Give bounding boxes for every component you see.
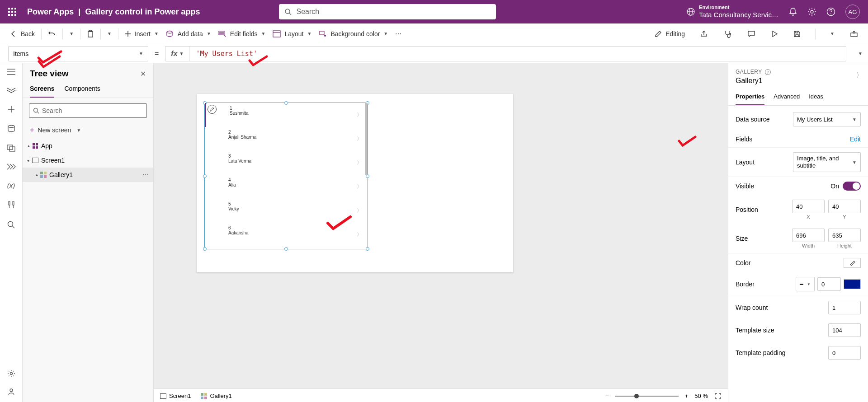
variables-icon[interactable]: (x) [7, 182, 15, 189]
help-icon[interactable] [826, 7, 835, 16]
tree-item-app[interactable]: ▸ App [23, 139, 153, 153]
border-style-dropdown[interactable]: ━▼ [796, 277, 815, 291]
search-input[interactable]: Search [279, 4, 496, 19]
save-button[interactable] [790, 28, 804, 39]
layout-button[interactable]: Layout ▼ [269, 28, 315, 39]
app-checker-button[interactable] [720, 28, 736, 40]
gallery-row[interactable]: 4Alia〉 [205, 175, 368, 199]
virtual-agent-icon[interactable] [7, 388, 15, 396]
waffle-icon[interactable] [8, 8, 16, 16]
user-avatar[interactable]: AG [845, 5, 860, 19]
formula-input[interactable]: fx▼ 'My Users List' [165, 46, 846, 61]
zoom-value: 50 % [694, 393, 708, 399]
fx-icon[interactable]: fx▼ [165, 47, 189, 61]
gallery-row[interactable]: 1Sushmita〉 [205, 103, 368, 127]
publish-button[interactable] [846, 28, 862, 39]
svg-point-26 [8, 222, 13, 227]
svg-rect-8 [88, 31, 93, 37]
tab-properties[interactable]: Properties [736, 89, 764, 105]
visible-toggle[interactable] [843, 182, 861, 191]
control-name[interactable]: Gallery1 [728, 77, 868, 89]
border-width-input[interactable]: 0 [817, 277, 841, 291]
preview-button[interactable] [767, 28, 782, 39]
environment-picker[interactable]: Environment Tata Consultancy Servic… [686, 5, 778, 19]
template-size-input[interactable]: 104 [828, 323, 861, 337]
breadcrumb-screen1[interactable]: Screen1 [160, 393, 191, 399]
paste-dropdown[interactable]: ▼ [104, 29, 115, 38]
svg-rect-45 [204, 397, 207, 399]
advanced-tools-icon[interactable] [7, 201, 15, 209]
background-color-button[interactable]: Background color ▼ [315, 28, 392, 39]
add-data-button[interactable]: Add data ▼ [162, 28, 215, 39]
svg-rect-41 [160, 393, 166, 398]
tab-screens[interactable]: Screens [30, 85, 54, 98]
position-x-input[interactable]: 40 [792, 200, 825, 213]
zoom-in-button[interactable]: + [685, 393, 689, 399]
paste-button[interactable] [83, 28, 98, 40]
close-tree-button[interactable]: ✕ [140, 70, 146, 78]
position-y-input[interactable]: 40 [828, 200, 861, 213]
power-automate-icon[interactable] [7, 164, 16, 170]
back-button[interactable]: Back [6, 28, 38, 39]
save-dropdown[interactable]: ▼ [826, 29, 838, 38]
insert-button[interactable]: Insert ▼ [121, 28, 162, 39]
gallery-row[interactable]: 6Aakansha〉 [205, 223, 368, 247]
share-button[interactable] [697, 28, 712, 39]
undo-dropdown[interactable]: ▼ [66, 29, 77, 38]
canvas[interactable]: 1Sushmita〉2Anjali Sharma〉3Lata Verma〉4Al… [154, 63, 728, 402]
breadcrumb-gallery1[interactable]: Gallery1 [201, 393, 231, 399]
width-input[interactable]: 696 [792, 229, 825, 242]
help-icon[interactable]: ? [765, 69, 771, 75]
new-screen-button[interactable]: + New screen ▼ [23, 123, 153, 139]
more-commands[interactable]: ⋯ [392, 28, 405, 39]
tab-ideas[interactable]: Ideas [809, 89, 823, 105]
app-header: Power Apps | Gallery control in Power ap… [0, 0, 868, 23]
notifications-icon[interactable] [788, 7, 797, 16]
wrap-count-input[interactable]: 1 [828, 301, 861, 314]
panel-collapse-button[interactable]: 〉 [856, 71, 863, 79]
tab-advanced[interactable]: Advanced [774, 89, 800, 105]
svg-line-27 [12, 226, 14, 228]
media-rail-icon[interactable] [7, 145, 16, 152]
formula-expand-button[interactable]: ▼ [853, 51, 868, 56]
layout-dropdown[interactable]: Image, title, and subtitle▼ [793, 152, 861, 172]
settings-rail-icon[interactable] [7, 369, 15, 378]
zoom-out-button[interactable]: − [605, 393, 609, 399]
data-rail-icon[interactable] [7, 125, 15, 133]
border-color-picker[interactable] [844, 279, 861, 289]
template-padding-input[interactable]: 0 [828, 346, 861, 360]
gallery-selection[interactable]: 1Sushmita〉2Anjali Sharma〉3Lata Verma〉4Al… [204, 103, 368, 249]
fit-screen-button[interactable] [714, 393, 722, 400]
gallery-row[interactable]: 5Vicky〉 [205, 199, 368, 223]
color-picker[interactable] [844, 258, 861, 268]
more-icon[interactable]: ⋯ [142, 171, 149, 178]
border-label: Border [736, 280, 755, 288]
insert-rail-icon[interactable] [8, 106, 15, 113]
tab-components[interactable]: Components [64, 85, 100, 98]
gallery-row[interactable]: 3Lata Verma〉 [205, 151, 368, 175]
data-icon [166, 30, 174, 37]
svg-rect-13 [273, 31, 280, 37]
tree-view-icon[interactable] [7, 87, 16, 94]
property-selector[interactable]: Items▼ [8, 46, 148, 61]
undo-icon [48, 30, 56, 38]
height-input[interactable]: 635 [828, 229, 861, 242]
svg-rect-35 [36, 146, 38, 149]
tree-search-input[interactable]: Search [29, 103, 147, 118]
hamburger-icon[interactable] [7, 69, 15, 75]
tree-item-screen1[interactable]: ▾ Screen1 [23, 153, 153, 168]
svg-point-10 [167, 31, 172, 33]
visible-value: On [830, 182, 839, 190]
tree-item-gallery1[interactable]: ▸ Gallery1 ⋯ [23, 168, 153, 182]
edit-fields-button[interactable]: Edit fields ▼ [215, 28, 269, 39]
undo-button[interactable] [44, 28, 60, 40]
editing-mode-button[interactable]: Editing [651, 28, 689, 39]
zoom-slider[interactable] [615, 396, 679, 397]
edit-fields-link[interactable]: Edit [850, 136, 861, 143]
comments-button[interactable] [744, 28, 759, 39]
gallery-row[interactable]: 2Anjali Sharma〉 [205, 127, 368, 151]
search-rail-icon[interactable] [7, 221, 15, 229]
data-source-dropdown[interactable]: My Users List▼ [793, 112, 861, 126]
save-icon [793, 30, 801, 37]
settings-icon[interactable] [807, 7, 816, 16]
